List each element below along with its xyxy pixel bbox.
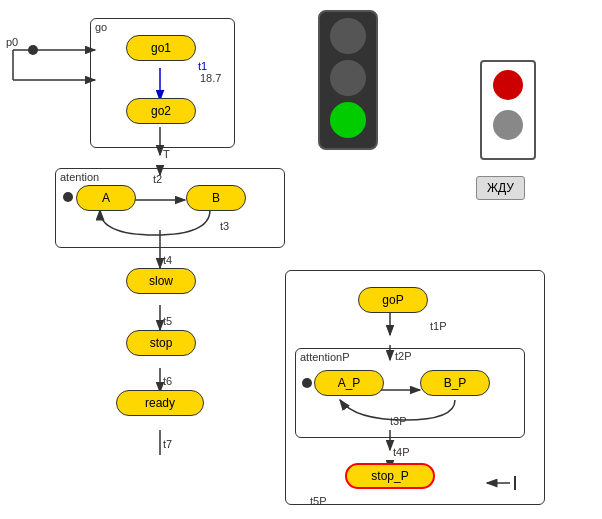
slow-label: slow [149, 274, 173, 288]
B-node[interactable]: B [186, 185, 246, 211]
t4-label: t4 [163, 254, 172, 266]
A-label: A [102, 191, 110, 205]
slow-node[interactable]: slow [126, 268, 196, 294]
traffic-light-main [318, 10, 378, 150]
ready-label: ready [145, 396, 175, 410]
token-value: 18.7 [200, 72, 221, 84]
goP-outer-container [285, 270, 545, 505]
t5-label: t5 [163, 315, 172, 327]
p0-label: p0 [6, 36, 18, 48]
go2-label: go2 [151, 104, 171, 118]
atention-token [63, 192, 73, 202]
go1-label: go1 [151, 41, 171, 55]
light-red-small [493, 70, 523, 100]
ready-node[interactable]: ready [116, 390, 204, 416]
t6-label: t6 [163, 375, 172, 387]
t3-label: t3 [220, 220, 229, 232]
traffic-light-small [480, 60, 536, 160]
T-label: T [163, 148, 170, 160]
p0-token [28, 45, 38, 55]
canvas: p0 go go1 go2 t1 18.7 T atention A B t2 … [0, 0, 602, 519]
A-node[interactable]: A [76, 185, 136, 211]
B-label: B [212, 191, 220, 205]
atention-label: atention [60, 171, 99, 183]
light-green-main [330, 102, 366, 138]
go1-node[interactable]: go1 [126, 35, 196, 61]
go-label: go [95, 21, 107, 33]
stop-node[interactable]: stop [126, 330, 196, 356]
go2-node[interactable]: go2 [126, 98, 196, 124]
light-yellow-main [330, 60, 366, 96]
light-red-main [330, 18, 366, 54]
t2-label: t2 [153, 173, 162, 185]
stop-label: stop [150, 336, 173, 350]
t1-label: t1 [198, 60, 207, 72]
light-gray-small [493, 110, 523, 140]
t7-label: t7 [163, 438, 172, 450]
zdu-button[interactable]: ЖДУ [476, 176, 525, 200]
